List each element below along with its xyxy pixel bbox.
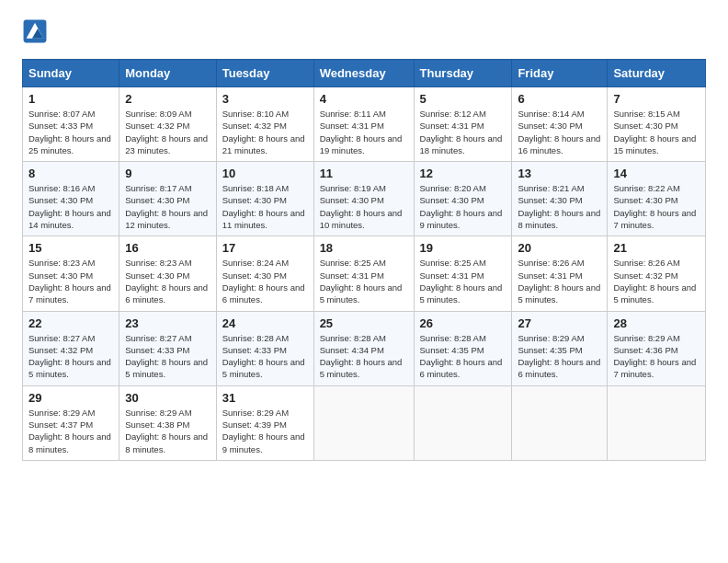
calendar-day-cell: 21 Sunrise: 8:26 AMSunset: 4:32 PMDaylig… <box>608 236 706 311</box>
calendar-day-cell: 24 Sunrise: 8:28 AMSunset: 4:33 PMDaylig… <box>216 311 313 385</box>
day-number: 21 <box>613 241 700 255</box>
day-info: Sunrise: 8:29 AMSunset: 4:37 PMDaylight:… <box>28 408 111 454</box>
day-info: Sunrise: 8:07 AMSunset: 4:33 PMDaylight:… <box>28 109 111 155</box>
calendar-day-cell: 1 Sunrise: 8:07 AMSunset: 4:33 PMDayligh… <box>23 87 119 162</box>
day-number: 25 <box>320 316 408 330</box>
page-header <box>22 18 706 44</box>
calendar-week-row: 22 Sunrise: 8:27 AMSunset: 4:32 PMDaylig… <box>23 311 706 385</box>
day-info: Sunrise: 8:25 AMSunset: 4:31 PMDaylight:… <box>320 258 403 304</box>
day-info: Sunrise: 8:29 AMSunset: 4:36 PMDaylight:… <box>613 333 696 380</box>
day-number: 16 <box>125 241 210 255</box>
calendar-week-row: 29 Sunrise: 8:29 AMSunset: 4:37 PMDaylig… <box>23 385 706 460</box>
calendar-day-cell: 20 Sunrise: 8:26 AMSunset: 4:31 PMDaylig… <box>512 236 608 311</box>
day-number: 17 <box>222 241 308 255</box>
day-info: Sunrise: 8:09 AMSunset: 4:32 PMDaylight:… <box>125 109 208 155</box>
day-number: 6 <box>518 92 601 106</box>
calendar-day-cell: 8 Sunrise: 8:16 AMSunset: 4:30 PMDayligh… <box>23 162 119 236</box>
calendar-day-cell: 15 Sunrise: 8:23 AMSunset: 4:30 PMDaylig… <box>23 236 119 311</box>
day-info: Sunrise: 8:11 AMSunset: 4:31 PMDaylight:… <box>320 109 403 155</box>
calendar-day-cell: 27 Sunrise: 8:29 AMSunset: 4:35 PMDaylig… <box>512 311 608 385</box>
calendar-day-cell: 6 Sunrise: 8:14 AMSunset: 4:30 PMDayligh… <box>512 87 608 162</box>
calendar-day-cell: 4 Sunrise: 8:11 AMSunset: 4:31 PMDayligh… <box>313 87 414 162</box>
column-header-thursday: Thursday <box>414 60 512 87</box>
calendar-day-cell <box>313 385 414 460</box>
day-info: Sunrise: 8:29 AMSunset: 4:38 PMDaylight:… <box>125 408 208 454</box>
calendar-day-cell: 16 Sunrise: 8:23 AMSunset: 4:30 PMDaylig… <box>119 236 217 311</box>
day-number: 14 <box>613 167 700 180</box>
day-info: Sunrise: 8:28 AMSunset: 4:35 PMDaylight:… <box>420 333 503 380</box>
day-info: Sunrise: 8:26 AMSunset: 4:31 PMDaylight:… <box>518 258 600 304</box>
day-number: 2 <box>125 92 210 106</box>
day-number: 19 <box>420 241 506 255</box>
calendar-day-cell: 3 Sunrise: 8:10 AMSunset: 4:32 PMDayligh… <box>216 87 313 162</box>
calendar-day-cell: 23 Sunrise: 8:27 AMSunset: 4:33 PMDaylig… <box>119 311 217 385</box>
calendar-day-cell: 18 Sunrise: 8:25 AMSunset: 4:31 PMDaylig… <box>313 236 414 311</box>
calendar-day-cell: 5 Sunrise: 8:12 AMSunset: 4:31 PMDayligh… <box>414 87 512 162</box>
column-header-sunday: Sunday <box>23 60 119 87</box>
calendar-header-row: SundayMondayTuesdayWednesdayThursdayFrid… <box>23 60 706 87</box>
day-info: Sunrise: 8:27 AMSunset: 4:32 PMDaylight:… <box>28 333 111 380</box>
column-header-tuesday: Tuesday <box>216 60 313 87</box>
day-number: 4 <box>320 92 408 106</box>
day-info: Sunrise: 8:17 AMSunset: 4:30 PMDaylight:… <box>125 183 208 230</box>
day-info: Sunrise: 8:16 AMSunset: 4:30 PMDaylight:… <box>28 183 111 230</box>
calendar-day-cell: 28 Sunrise: 8:29 AMSunset: 4:36 PMDaylig… <box>608 311 706 385</box>
day-info: Sunrise: 8:28 AMSunset: 4:34 PMDaylight:… <box>320 333 403 380</box>
day-info: Sunrise: 8:24 AMSunset: 4:30 PMDaylight:… <box>222 258 305 304</box>
logo-icon <box>22 18 48 44</box>
day-number: 18 <box>320 241 408 255</box>
day-info: Sunrise: 8:14 AMSunset: 4:30 PMDaylight:… <box>518 109 600 155</box>
calendar-day-cell <box>608 385 706 460</box>
calendar-day-cell: 26 Sunrise: 8:28 AMSunset: 4:35 PMDaylig… <box>414 311 512 385</box>
calendar-week-row: 1 Sunrise: 8:07 AMSunset: 4:33 PMDayligh… <box>23 87 706 162</box>
day-info: Sunrise: 8:20 AMSunset: 4:30 PMDaylight:… <box>420 183 503 230</box>
day-info: Sunrise: 8:10 AMSunset: 4:32 PMDaylight:… <box>222 109 305 155</box>
day-number: 5 <box>420 92 506 106</box>
day-number: 9 <box>125 167 210 180</box>
calendar-day-cell <box>414 385 512 460</box>
calendar-day-cell: 10 Sunrise: 8:18 AMSunset: 4:30 PMDaylig… <box>216 162 313 236</box>
day-info: Sunrise: 8:29 AMSunset: 4:35 PMDaylight:… <box>518 333 600 380</box>
logo <box>22 18 51 44</box>
day-number: 11 <box>320 167 408 180</box>
day-info: Sunrise: 8:22 AMSunset: 4:30 PMDaylight:… <box>613 183 696 230</box>
calendar-week-row: 15 Sunrise: 8:23 AMSunset: 4:30 PMDaylig… <box>23 236 706 311</box>
day-number: 3 <box>222 92 308 106</box>
day-number: 15 <box>28 241 113 255</box>
day-number: 26 <box>420 316 506 330</box>
calendar-day-cell: 14 Sunrise: 8:22 AMSunset: 4:30 PMDaylig… <box>608 162 706 236</box>
day-number: 8 <box>28 167 113 180</box>
day-number: 27 <box>518 316 601 330</box>
calendar-table: SundayMondayTuesdayWednesdayThursdayFrid… <box>22 59 706 461</box>
day-info: Sunrise: 8:28 AMSunset: 4:33 PMDaylight:… <box>222 333 305 380</box>
day-number: 28 <box>613 316 700 330</box>
day-info: Sunrise: 8:26 AMSunset: 4:32 PMDaylight:… <box>613 258 696 304</box>
day-info: Sunrise: 8:23 AMSunset: 4:30 PMDaylight:… <box>125 258 208 304</box>
calendar-day-cell: 9 Sunrise: 8:17 AMSunset: 4:30 PMDayligh… <box>119 162 217 236</box>
day-info: Sunrise: 8:21 AMSunset: 4:30 PMDaylight:… <box>518 183 600 230</box>
calendar-day-cell: 25 Sunrise: 8:28 AMSunset: 4:34 PMDaylig… <box>313 311 414 385</box>
day-number: 1 <box>28 92 113 106</box>
day-info: Sunrise: 8:23 AMSunset: 4:30 PMDaylight:… <box>28 258 111 304</box>
calendar-day-cell <box>512 385 608 460</box>
calendar-day-cell: 22 Sunrise: 8:27 AMSunset: 4:32 PMDaylig… <box>23 311 119 385</box>
day-number: 10 <box>222 167 308 180</box>
day-number: 7 <box>613 92 700 106</box>
day-info: Sunrise: 8:27 AMSunset: 4:33 PMDaylight:… <box>125 333 208 380</box>
day-info: Sunrise: 8:25 AMSunset: 4:31 PMDaylight:… <box>420 258 503 304</box>
calendar-day-cell: 29 Sunrise: 8:29 AMSunset: 4:37 PMDaylig… <box>23 385 119 460</box>
calendar-day-cell: 2 Sunrise: 8:09 AMSunset: 4:32 PMDayligh… <box>119 87 217 162</box>
day-info: Sunrise: 8:19 AMSunset: 4:30 PMDaylight:… <box>320 183 403 230</box>
calendar-day-cell: 12 Sunrise: 8:20 AMSunset: 4:30 PMDaylig… <box>414 162 512 236</box>
day-number: 29 <box>28 391 113 405</box>
calendar-day-cell: 31 Sunrise: 8:29 AMSunset: 4:39 PMDaylig… <box>216 385 313 460</box>
day-info: Sunrise: 8:29 AMSunset: 4:39 PMDaylight:… <box>222 408 305 454</box>
calendar-day-cell: 13 Sunrise: 8:21 AMSunset: 4:30 PMDaylig… <box>512 162 608 236</box>
calendar-day-cell: 7 Sunrise: 8:15 AMSunset: 4:30 PMDayligh… <box>608 87 706 162</box>
calendar-day-cell: 11 Sunrise: 8:19 AMSunset: 4:30 PMDaylig… <box>313 162 414 236</box>
day-info: Sunrise: 8:12 AMSunset: 4:31 PMDaylight:… <box>420 109 503 155</box>
calendar-day-cell: 17 Sunrise: 8:24 AMSunset: 4:30 PMDaylig… <box>216 236 313 311</box>
day-info: Sunrise: 8:15 AMSunset: 4:30 PMDaylight:… <box>613 109 696 155</box>
day-number: 23 <box>125 316 210 330</box>
column-header-wednesday: Wednesday <box>313 60 414 87</box>
